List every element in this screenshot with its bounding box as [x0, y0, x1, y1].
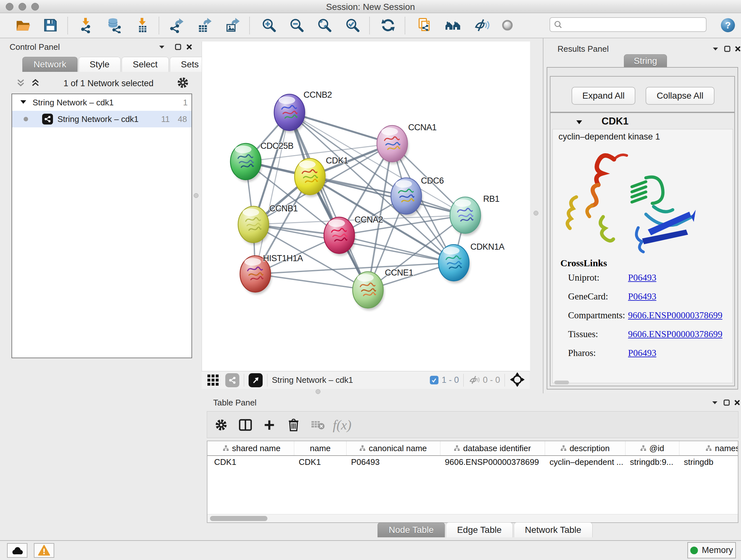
tab-select[interactable]: Select — [122, 57, 169, 72]
table-options-gear-icon[interactable] — [212, 416, 230, 434]
column-header-canonical-name[interactable]: canonical name — [347, 441, 441, 455]
zoom-out-icon[interactable] — [288, 16, 306, 34]
zoom-fit-icon[interactable] — [316, 16, 333, 34]
tab-network[interactable]: Network — [22, 57, 77, 72]
crosslink-tissues-[interactable]: 9606.ENSP00000378699 — [628, 329, 723, 339]
open-session-icon[interactable] — [14, 16, 32, 34]
edge-CCNB2-HIST1H1A[interactable] — [255, 112, 289, 274]
export-network-icon[interactable] — [167, 16, 185, 34]
search-input[interactable] — [565, 19, 702, 30]
table-cell[interactable]: CDK1 — [210, 455, 294, 469]
column-header-label: @id — [650, 443, 664, 453]
show-grid-icon[interactable] — [207, 373, 219, 387]
scrollbar-thumb[interactable] — [554, 381, 569, 384]
tab-style[interactable]: Style — [78, 57, 121, 72]
edge-CCNB2-CCNE1[interactable] — [289, 112, 368, 290]
hidden-eye-slash-icon[interactable] — [468, 374, 480, 386]
node-table[interactable]: shared namenamecanonical namedatabase id… — [207, 441, 738, 523]
table-panel-float-icon[interactable] — [722, 398, 731, 408]
network-options-gear-icon[interactable] — [177, 77, 189, 90]
node-CCNE1[interactable]: CCNE1 — [353, 268, 413, 310]
node-CDC6[interactable]: CDC6 — [391, 176, 444, 216]
crosslink-compartments-[interactable]: 9606.ENSP00000378699 — [628, 310, 723, 320]
column-header-database-identifier[interactable]: database identifier — [441, 441, 545, 455]
table-cell[interactable]: cyclin–dependent ... — [545, 455, 625, 469]
export-image-icon[interactable] — [223, 16, 241, 34]
column-header--id[interactable]: @id — [625, 441, 679, 455]
collapse-all-button[interactable]: Collapse All — [646, 87, 715, 105]
gene-collapse-caret-icon[interactable] — [576, 118, 583, 127]
import-network-file-icon[interactable] — [77, 16, 95, 34]
collapse-all-networks-icon[interactable] — [16, 77, 25, 89]
function-builder-icon[interactable]: f(x) — [333, 416, 351, 434]
hide-graphics-details-icon[interactable] — [473, 16, 490, 34]
fit-selected-crosshair-icon[interactable] — [510, 372, 525, 388]
horizontal-scrollbar[interactable] — [207, 514, 738, 523]
table-panel-close-icon[interactable] — [732, 398, 741, 408]
tab-node-table[interactable]: Node Table — [378, 522, 445, 537]
column-header-description[interactable]: description — [545, 441, 625, 455]
crosslink-uniprot-[interactable]: P06493 — [628, 272, 657, 283]
control-panel-close-icon[interactable] — [185, 42, 194, 52]
network-row-selected[interactable]: String Network – cdk1 11 48 — [12, 111, 192, 127]
search-box[interactable] — [549, 17, 706, 32]
refresh-view-icon[interactable] — [379, 16, 397, 34]
tab-string[interactable]: String — [624, 54, 667, 67]
delete-column-icon[interactable] — [285, 416, 302, 434]
show-columns-icon[interactable] — [237, 416, 254, 434]
network-badge-icon[interactable] — [225, 373, 239, 387]
control-panel-collapse-icon[interactable] — [157, 42, 166, 52]
node-CCNB2[interactable]: CCNB2 — [274, 90, 332, 133]
crosslink-pharos-[interactable]: P06493 — [628, 348, 657, 358]
show-preview-icon[interactable] — [498, 16, 516, 34]
control-panel-float-icon[interactable] — [173, 42, 183, 52]
collection-expand-caret-icon[interactable] — [20, 98, 27, 108]
duplicate-network-icon[interactable] — [415, 16, 433, 34]
scrollbar-thumb[interactable] — [210, 516, 267, 521]
memory-button[interactable]: Memory — [687, 542, 736, 558]
column-header-shared-name[interactable]: shared name — [210, 441, 294, 455]
node-RB1[interactable]: RB1 — [450, 194, 499, 236]
zoom-selected-icon[interactable] — [344, 16, 361, 34]
import-table-icon[interactable] — [134, 16, 151, 34]
right-splitter-handle[interactable] — [534, 211, 538, 215]
table-cell[interactable]: stringdb:9... — [625, 455, 679, 469]
node-CDK1[interactable]: CDK1 — [294, 156, 348, 197]
network-canvas[interactable]: CCNB2CCNA1CDC25BCDK1CDC6RB1CCNB1CCNA2CDK… — [202, 42, 530, 371]
save-session-icon[interactable] — [42, 16, 59, 34]
edge-HIST1H1A-CCNE1[interactable] — [255, 274, 368, 290]
warning-status-button[interactable] — [34, 543, 54, 558]
results-panel-float-icon[interactable] — [723, 44, 732, 54]
network-collection-row[interactable]: String Network – cdk1 1 — [12, 94, 192, 111]
node-HIST1H1A[interactable]: HIST1H1A — [240, 253, 303, 294]
node-CCNB1[interactable]: CCNB1 — [238, 204, 298, 245]
table-cell[interactable]: CDK1 — [294, 455, 347, 469]
home-icon[interactable] — [444, 16, 462, 34]
tab-edge-table[interactable]: Edge Table — [446, 522, 513, 537]
expand-all-networks-icon[interactable] — [30, 77, 40, 89]
zoom-in-icon[interactable] — [260, 16, 278, 34]
help-icon[interactable]: ? — [719, 16, 737, 34]
expand-all-button[interactable]: Expand All — [571, 87, 635, 105]
node-CDC25B[interactable]: CDC25B — [230, 141, 293, 182]
table-cell[interactable]: stringdb — [679, 455, 738, 469]
crosslink-genecard-[interactable]: P06493 — [628, 291, 657, 302]
export-table-icon[interactable] — [195, 16, 213, 34]
left-splitter-handle[interactable] — [194, 193, 199, 198]
node-CDKN1A[interactable]: CDKN1A — [439, 242, 504, 283]
results-panel-collapse-icon[interactable] — [711, 44, 720, 54]
table-cell[interactable]: 9606.ENSP00000378699 — [441, 455, 545, 469]
selected-checkbox-icon[interactable] — [430, 376, 439, 384]
import-network-database-icon[interactable] — [105, 16, 123, 34]
results-panel-close-icon[interactable] — [733, 44, 741, 54]
network-graph[interactable]: CCNB2CCNA1CDC25BCDK1CDC6RB1CCNB1CCNA2CDK… — [202, 42, 530, 371]
column-header-name[interactable]: name — [294, 441, 347, 455]
tab-network-table[interactable]: Network Table — [514, 522, 593, 537]
table-cell[interactable]: P06493 — [347, 455, 441, 469]
cloud-status-button[interactable] — [7, 543, 27, 558]
birds-eye-view-icon[interactable] — [249, 373, 263, 387]
delete-table-icon[interactable] — [309, 416, 327, 434]
add-column-icon[interactable]: + — [260, 416, 278, 434]
table-panel-collapse-icon[interactable] — [710, 398, 720, 408]
column-header-namespace[interactable]: namespace — [679, 441, 738, 455]
